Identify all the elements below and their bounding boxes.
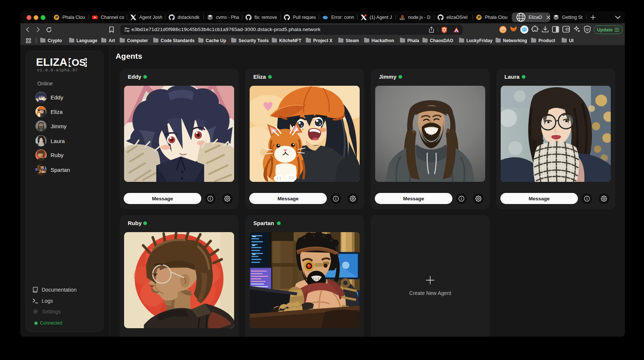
- svg-text:ELIZA: ELIZA: [37, 58, 67, 67]
- svg-text:OS: OS: [72, 58, 86, 67]
